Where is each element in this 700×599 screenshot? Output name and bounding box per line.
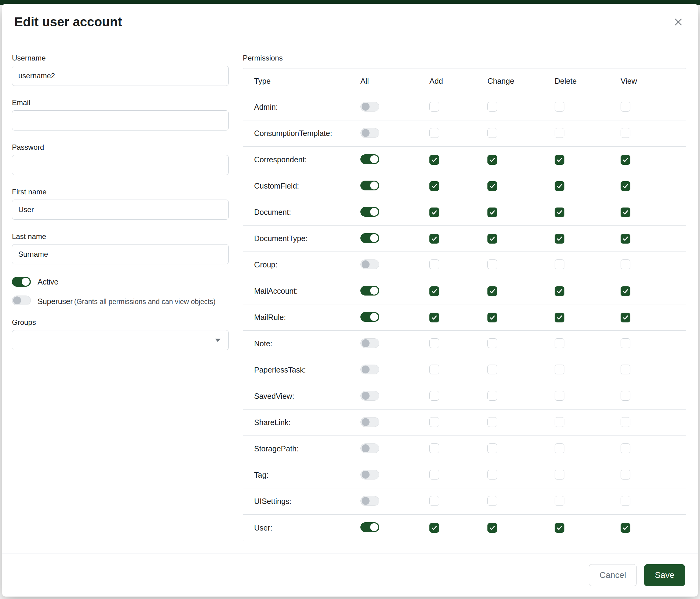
- permission-all-toggle[interactable]: [360, 496, 379, 506]
- permission-all-toggle[interactable]: [360, 102, 379, 112]
- permission-view-checkbox[interactable]: [621, 470, 630, 480]
- permission-change-checkbox[interactable]: [488, 128, 497, 138]
- permission-change-checkbox[interactable]: [488, 391, 497, 401]
- permission-all-toggle[interactable]: [360, 128, 379, 138]
- permission-add-checkbox[interactable]: [429, 155, 439, 165]
- permission-all-toggle[interactable]: [360, 154, 379, 164]
- permission-delete-checkbox[interactable]: [555, 496, 565, 506]
- permission-delete-checkbox[interactable]: [555, 470, 565, 480]
- permission-delete-checkbox[interactable]: [555, 338, 565, 348]
- close-button[interactable]: [671, 15, 686, 29]
- permission-delete-checkbox[interactable]: [555, 444, 565, 453]
- permission-view-checkbox[interactable]: [621, 365, 630, 375]
- password-field[interactable]: [12, 155, 229, 175]
- permission-all-toggle[interactable]: [360, 444, 379, 453]
- permission-change-checkbox[interactable]: [488, 417, 497, 427]
- permission-view-checkbox[interactable]: [621, 338, 630, 348]
- permission-delete-checkbox[interactable]: [555, 313, 565, 322]
- active-toggle[interactable]: [12, 277, 31, 287]
- permission-view-checkbox[interactable]: [621, 181, 630, 191]
- permission-all-toggle[interactable]: [360, 260, 379, 269]
- permission-delete-checkbox[interactable]: [555, 128, 565, 138]
- permission-view-checkbox[interactable]: [621, 102, 630, 112]
- permission-change-checkbox[interactable]: [488, 313, 497, 322]
- permissions-rows: Admin: ConsumptionTemplate:: [243, 94, 686, 541]
- table-row: Correspondent:: [243, 147, 686, 173]
- permission-change-checkbox[interactable]: [488, 286, 497, 296]
- permission-add-checkbox[interactable]: [429, 470, 439, 480]
- permission-change-checkbox[interactable]: [488, 365, 497, 375]
- permission-all-toggle[interactable]: [360, 391, 379, 401]
- permission-delete-checkbox[interactable]: [555, 155, 565, 165]
- permission-change-checkbox[interactable]: [488, 260, 497, 269]
- cancel-button[interactable]: Cancel: [589, 564, 637, 586]
- permission-delete-checkbox[interactable]: [555, 208, 565, 217]
- permission-all-toggle[interactable]: [360, 207, 379, 217]
- permission-add-checkbox[interactable]: [429, 444, 439, 453]
- permission-view-checkbox[interactable]: [621, 417, 630, 427]
- permission-change-checkbox[interactable]: [488, 523, 497, 533]
- permission-type-label: UISettings:: [243, 497, 353, 506]
- permission-add-checkbox[interactable]: [429, 260, 439, 269]
- superuser-toggle[interactable]: [12, 295, 31, 305]
- permission-change-checkbox[interactable]: [488, 496, 497, 506]
- permission-add-checkbox[interactable]: [429, 365, 439, 375]
- permission-change-checkbox[interactable]: [488, 181, 497, 191]
- permission-delete-checkbox[interactable]: [555, 286, 565, 296]
- permission-all-toggle[interactable]: [360, 312, 379, 322]
- save-button[interactable]: Save: [644, 564, 685, 586]
- permission-add-checkbox[interactable]: [429, 313, 439, 322]
- permission-add-checkbox[interactable]: [429, 234, 439, 244]
- permission-all-toggle[interactable]: [360, 181, 379, 190]
- permission-change-checkbox[interactable]: [488, 470, 497, 480]
- permission-add-checkbox[interactable]: [429, 523, 439, 533]
- permission-delete-checkbox[interactable]: [555, 234, 565, 244]
- permission-all-toggle[interactable]: [360, 470, 379, 480]
- permission-view-checkbox[interactable]: [621, 391, 630, 401]
- permission-change-checkbox[interactable]: [488, 102, 497, 112]
- permission-all-toggle[interactable]: [360, 522, 379, 532]
- permission-change-checkbox[interactable]: [488, 444, 497, 453]
- permission-view-checkbox[interactable]: [621, 208, 630, 217]
- permission-add-checkbox[interactable]: [429, 181, 439, 191]
- toggle-knob: [361, 445, 370, 452]
- permission-view-checkbox[interactable]: [621, 286, 630, 296]
- permission-view-checkbox[interactable]: [621, 523, 630, 533]
- permission-delete-checkbox[interactable]: [555, 102, 565, 112]
- permission-add-checkbox[interactable]: [429, 208, 439, 217]
- permission-all-toggle[interactable]: [360, 338, 379, 348]
- permission-view-checkbox[interactable]: [621, 128, 630, 138]
- permission-change-checkbox[interactable]: [488, 234, 497, 244]
- permission-view-checkbox[interactable]: [621, 313, 630, 322]
- permission-add-checkbox[interactable]: [429, 286, 439, 296]
- username-input[interactable]: [12, 66, 229, 86]
- permission-add-checkbox[interactable]: [429, 338, 439, 348]
- permission-delete-checkbox[interactable]: [555, 365, 565, 375]
- last-name-input[interactable]: [12, 244, 229, 264]
- permission-delete-checkbox[interactable]: [555, 417, 565, 427]
- permission-delete-checkbox[interactable]: [555, 523, 565, 533]
- permission-add-checkbox[interactable]: [429, 496, 439, 506]
- permission-change-checkbox[interactable]: [488, 208, 497, 217]
- email-field[interactable]: [12, 110, 229, 130]
- permission-delete-checkbox[interactable]: [555, 260, 565, 269]
- permission-change-checkbox[interactable]: [488, 155, 497, 165]
- permission-all-toggle[interactable]: [360, 286, 379, 295]
- groups-select[interactable]: [12, 330, 229, 350]
- permission-delete-checkbox[interactable]: [555, 391, 565, 401]
- permission-add-checkbox[interactable]: [429, 417, 439, 427]
- permission-all-toggle[interactable]: [360, 365, 379, 375]
- permission-view-checkbox[interactable]: [621, 444, 630, 453]
- permission-add-checkbox[interactable]: [429, 391, 439, 401]
- permission-delete-checkbox[interactable]: [555, 181, 565, 191]
- permission-change-checkbox[interactable]: [488, 338, 497, 348]
- permission-add-checkbox[interactable]: [429, 102, 439, 112]
- permission-view-checkbox[interactable]: [621, 155, 630, 165]
- permission-all-toggle[interactable]: [360, 417, 379, 427]
- first-name-input[interactable]: [12, 199, 229, 220]
- permission-view-checkbox[interactable]: [621, 260, 630, 269]
- permission-add-checkbox[interactable]: [429, 128, 439, 138]
- permission-view-checkbox[interactable]: [621, 234, 630, 244]
- permission-all-toggle[interactable]: [360, 233, 379, 243]
- permission-view-checkbox[interactable]: [621, 496, 630, 506]
